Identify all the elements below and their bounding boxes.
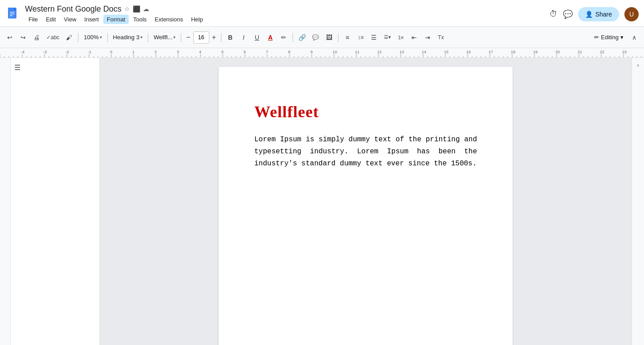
- image-button[interactable]: 🖼: [323, 30, 335, 45]
- divider-4: [181, 33, 181, 42]
- collapse-toolbar-button[interactable]: ∧: [628, 30, 640, 45]
- comments-button[interactable]: 💬: [563, 9, 573, 19]
- font-select[interactable]: Wellfl... ▾: [151, 30, 178, 45]
- title-bar-right: ⏱ 💬 👤 Share U: [550, 7, 639, 21]
- link-button[interactable]: 🔗: [296, 30, 309, 45]
- ruler: [0, 48, 644, 58]
- numbered-list-button[interactable]: 1≡: [395, 30, 407, 45]
- menu-file[interactable]: File: [25, 15, 41, 24]
- svg-rect-2: [10, 12, 15, 12]
- menu-help[interactable]: Help: [187, 15, 207, 24]
- comment-button[interactable]: 💬: [310, 30, 322, 45]
- zoom-value: 100%: [84, 34, 98, 41]
- font-size-increase[interactable]: +: [210, 31, 218, 44]
- spellcheck-button[interactable]: ✓abc: [44, 30, 62, 45]
- doc-body[interactable]: Lorem Ipsum is simply dummy text of the …: [254, 134, 477, 170]
- menu-tools[interactable]: Tools: [130, 15, 150, 24]
- font-size-input[interactable]: [193, 31, 209, 44]
- highlight-button[interactable]: ✏: [277, 30, 290, 45]
- divider-3: [148, 33, 148, 42]
- font-value: Wellfl...: [154, 34, 172, 41]
- share-button[interactable]: 👤 Share: [578, 7, 619, 21]
- indent-more-button[interactable]: ⇥: [421, 30, 434, 45]
- divider-7: [338, 33, 338, 42]
- align-button[interactable]: ≡: [341, 30, 354, 45]
- clear-formatting-button[interactable]: Tx: [435, 30, 447, 45]
- text-color-button[interactable]: A: [264, 30, 277, 45]
- left-sidebar: ☰: [11, 58, 100, 345]
- title-bar: Western Font Google Docs ☆ ⬛ ☁ File Edit…: [0, 0, 644, 27]
- underline-button[interactable]: U: [251, 30, 263, 45]
- history-button[interactable]: ⏱: [550, 9, 558, 19]
- list-button[interactable]: ☰: [368, 30, 380, 45]
- editing-label: Editing: [601, 34, 619, 41]
- divider-1: [78, 33, 78, 42]
- main-area: ☰ Wellfleet Lorem Ipsum is simply dummy …: [0, 58, 644, 345]
- doc-heading[interactable]: Wellfleet: [254, 103, 477, 121]
- more-list-button[interactable]: ☰▾: [381, 30, 394, 45]
- doc-page: Wellfleet Lorem Ipsum is simply dummy te…: [219, 67, 513, 345]
- outline-icon[interactable]: ☰: [14, 64, 20, 71]
- svg-rect-4: [10, 15, 13, 16]
- style-chevron: ▾: [140, 35, 143, 40]
- line-spacing-button[interactable]: ↕≡: [355, 30, 367, 45]
- share-icon: 👤: [585, 11, 593, 18]
- editing-mode-button[interactable]: ✏ Editing ▾: [591, 30, 627, 45]
- font-size-area: − +: [184, 31, 218, 44]
- italic-button[interactable]: I: [237, 30, 250, 45]
- doc-area[interactable]: Wellfleet Lorem Ipsum is simply dummy te…: [100, 58, 632, 345]
- menu-edit[interactable]: Edit: [42, 15, 59, 24]
- indent-less-button[interactable]: ⇤: [408, 30, 420, 45]
- toolbar: ↩ ↪ 🖨 ✓abc 🖌 100% ▾ Heading 3 ▾ Wellfl..…: [0, 27, 644, 48]
- avatar[interactable]: U: [624, 7, 639, 21]
- divider-2: [107, 33, 108, 42]
- right-sidebar: ›: [632, 58, 644, 345]
- style-value: Heading 3: [113, 34, 139, 41]
- bold-button[interactable]: B: [224, 30, 236, 45]
- print-button[interactable]: 🖨: [30, 30, 43, 45]
- style-select[interactable]: Heading 3 ▾: [110, 30, 145, 45]
- left-ruler: [0, 58, 11, 345]
- drive-icon[interactable]: ⬛: [133, 5, 140, 12]
- menu-insert[interactable]: Insert: [81, 15, 102, 24]
- ruler-canvas: [0, 48, 644, 58]
- zoom-chevron: ▾: [100, 35, 102, 40]
- paint-format-button[interactable]: 🖌: [63, 30, 75, 45]
- editing-chevron: ▾: [620, 34, 624, 41]
- font-chevron: ▾: [173, 35, 175, 40]
- undo-button[interactable]: ↩: [4, 30, 16, 45]
- google-docs-icon: [5, 6, 21, 22]
- divider-6: [293, 33, 293, 42]
- menu-format[interactable]: Format: [103, 15, 129, 24]
- divider-5: [221, 33, 221, 42]
- menu-view[interactable]: View: [60, 15, 80, 24]
- zoom-select[interactable]: 100% ▾: [81, 30, 104, 45]
- title-area: Western Font Google Docs ☆ ⬛ ☁ File Edit…: [25, 4, 550, 24]
- star-icon[interactable]: ☆: [124, 5, 130, 12]
- title-row: Western Font Google Docs ☆ ⬛ ☁: [25, 4, 550, 14]
- menu-extensions[interactable]: Extensions: [151, 15, 187, 24]
- editing-pencil-icon: ✏: [594, 34, 599, 41]
- doc-title[interactable]: Western Font Google Docs: [25, 4, 122, 14]
- redo-button[interactable]: ↪: [17, 30, 29, 45]
- font-size-decrease[interactable]: −: [184, 31, 192, 44]
- svg-rect-3: [10, 13, 15, 14]
- collapse-panel-button[interactable]: ›: [635, 60, 641, 70]
- share-label: Share: [595, 11, 612, 18]
- menu-bar: File Edit View Insert Format Tools Exten…: [25, 15, 550, 24]
- cloud-icon[interactable]: ☁: [143, 5, 149, 12]
